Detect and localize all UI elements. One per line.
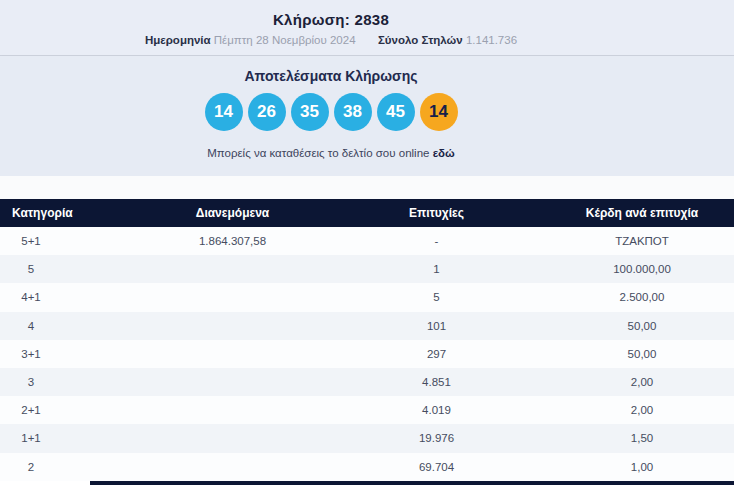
table-row: 269.7041,00 — [0, 453, 734, 481]
submit-link[interactable]: εδώ — [433, 147, 455, 159]
table-row: 34.8512,00 — [0, 368, 734, 396]
table-row: 410150,00 — [0, 312, 734, 340]
cell-winners: 297 — [403, 348, 470, 360]
table-row: 3+129750,00 — [0, 340, 734, 368]
spacer — [0, 176, 734, 199]
cell-prize: ΤΖΑΚΠΟΤ — [470, 235, 734, 247]
cell-prize: 50,00 — [470, 320, 734, 332]
joker-ball: 14 — [420, 93, 458, 131]
header-cell-prize: Κέρδη ανά επιτυχία — [470, 206, 734, 220]
draw-info-band: Κλήρωση: 2838 Ημερομηνία Πέμπτη 28 Νοεμβ… — [0, 0, 734, 56]
footer-bar — [90, 481, 734, 485]
submit-caption-text: Μπορείς να καταθέσεις το δελτίο σου onli… — [207, 147, 429, 159]
results-heading: Αποτελέσματα Κλήρωσης — [0, 56, 662, 84]
cell-prize: 2,00 — [470, 404, 734, 416]
results-table: Κατηγορία Διανεμόμενα Επιτυχίες Κέρδη αν… — [0, 199, 734, 481]
columns-total-label: Σύνολο Στηλών — [378, 34, 463, 46]
cell-category: 2 — [0, 461, 62, 473]
table-row: 51100.000,00 — [0, 255, 734, 283]
cell-winners: 4.851 — [403, 376, 470, 388]
cell-category: 5+1 — [0, 235, 62, 247]
header-cell-distributed: Διανεμόμενα — [62, 206, 403, 220]
cell-prize: 100.000,00 — [470, 263, 734, 275]
cell-winners: 4.019 — [403, 404, 470, 416]
number-ball: 14 — [205, 93, 243, 131]
table-row: 2+14.0192,00 — [0, 396, 734, 424]
cell-prize: 1,00 — [470, 461, 734, 473]
date-value: Πέμπτη 28 Νοεμβρίου 2024 — [214, 34, 356, 46]
cell-winners: 19.976 — [403, 432, 470, 444]
number-ball: 26 — [248, 93, 286, 131]
table-row: 1+119.9761,50 — [0, 424, 734, 452]
table-row: 5+11.864.307,58-ΤΖΑΚΠΟΤ — [0, 227, 734, 255]
cell-category: 4 — [0, 320, 62, 332]
cell-category: 5 — [0, 263, 62, 275]
table-header: Κατηγορία Διανεμόμενα Επιτυχίες Κέρδη αν… — [0, 199, 734, 227]
cell-category: 4+1 — [0, 291, 62, 303]
header-cell-category: Κατηγορία — [0, 206, 62, 220]
cell-category: 3 — [0, 376, 62, 388]
table-body: 5+11.864.307,58-ΤΖΑΚΠΟΤ51100.000,004+152… — [0, 227, 734, 481]
number-ball: 45 — [377, 93, 415, 131]
cell-winners: 69.704 — [403, 461, 470, 473]
winning-numbers: 142635384514 — [0, 93, 662, 131]
cell-category: 1+1 — [0, 432, 62, 444]
date-label: Ημερομηνία — [145, 34, 211, 46]
cell-winners: 1 — [403, 263, 470, 275]
cell-category: 2+1 — [0, 404, 62, 416]
draw-title: Κλήρωση: 2838 — [0, 0, 662, 28]
cell-prize: 2.500,00 — [470, 291, 734, 303]
cell-prize: 2,00 — [470, 376, 734, 388]
draw-subtitle: Ημερομηνία Πέμπτη 28 Νοεμβρίου 2024 Σύνο… — [0, 34, 662, 46]
number-ball: 38 — [334, 93, 372, 131]
cell-winners: 101 — [403, 320, 470, 332]
results-panel: Αποτελέσματα Κλήρωσης 142635384514 Μπορε… — [0, 56, 734, 176]
cell-prize: 50,00 — [470, 348, 734, 360]
cell-winners: 5 — [403, 291, 470, 303]
cell-category: 3+1 — [0, 348, 62, 360]
number-ball: 35 — [291, 93, 329, 131]
header-cell-winners: Επιτυχίες — [403, 206, 470, 220]
table-row: 4+152.500,00 — [0, 283, 734, 311]
submit-caption: Μπορείς να καταθέσεις το δελτίο σου onli… — [0, 147, 662, 159]
cell-winners: - — [403, 235, 470, 247]
cell-prize: 1,50 — [470, 432, 734, 444]
columns-total-value: 1.141.736 — [466, 34, 517, 46]
cell-distributed: 1.864.307,58 — [62, 235, 403, 247]
